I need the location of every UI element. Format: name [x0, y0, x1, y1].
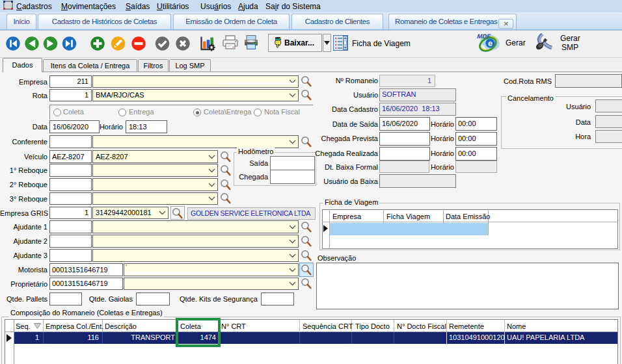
svg-text:e: e	[488, 39, 493, 48]
svg-text:MDF: MDF	[477, 33, 492, 40]
